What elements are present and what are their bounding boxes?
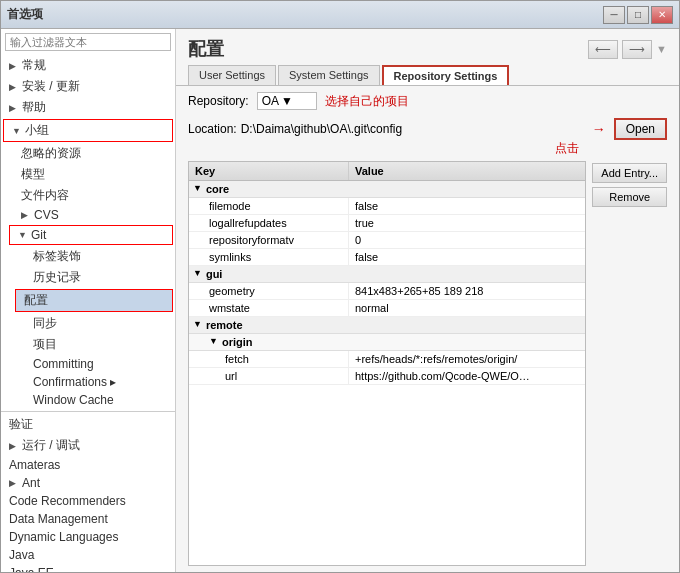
sidebar-item-java[interactable]: Java [1, 546, 175, 564]
remove-button[interactable]: Remove [592, 187, 667, 207]
key-filemode: filemode [189, 198, 349, 214]
close-button[interactable]: ✕ [651, 6, 673, 24]
repository-select[interactable]: OA ▼ [257, 92, 317, 110]
sidebar-item-datamanagement[interactable]: Data Management [1, 510, 175, 528]
val-geometry: 841x483+265+85 189 218 [349, 283, 585, 299]
table-header: Key Value [189, 162, 585, 181]
sidebar-label: Java EE [9, 566, 54, 572]
right-header: 配置 ⟵ ⟶ ▼ [176, 29, 679, 65]
sidebar-label: 运行 / 调试 [22, 437, 80, 454]
click-hint: 点击 [555, 141, 579, 155]
expand-arrow: ▶ [9, 103, 19, 113]
sidebar-item-amateras[interactable]: Amateras [1, 456, 175, 474]
sidebar-label: Amateras [9, 458, 60, 472]
sidebar-item-xiangmu[interactable]: 项目 [1, 334, 175, 355]
table-actions: Add Entry... Remove [592, 161, 667, 566]
table-row[interactable]: url https://github.com/Qcode-QWE/O… [189, 368, 585, 385]
table-row[interactable]: filemode false [189, 198, 585, 215]
add-entry-button[interactable]: Add Entry... [592, 163, 667, 183]
col-key-header: Key [189, 162, 349, 180]
section-origin[interactable]: ▼ origin [189, 334, 585, 351]
sidebar-item-ant[interactable]: ▶ Ant [1, 474, 175, 492]
sidebar-item-confirmations[interactable]: Confirmations ▸ [1, 373, 175, 391]
col-value-header: Value [349, 162, 585, 180]
arrow-dropdown[interactable]: ▼ [656, 43, 667, 55]
forward-button[interactable]: ⟶ [622, 40, 652, 59]
sidebar-item-coderecommenders[interactable]: Code Recommenders [1, 492, 175, 510]
val-url: https://github.com/Qcode-QWE/O… [349, 368, 585, 384]
sidebar-item-dynamiclanguages[interactable]: Dynamic Languages [1, 528, 175, 546]
sidebar-label: 帮助 [22, 99, 46, 116]
sidebar-label: 小组 [25, 122, 49, 139]
table-row[interactable]: geometry 841x483+265+85 189 218 [189, 283, 585, 300]
sidebar-item-changgui[interactable]: ▶ 常规 [1, 55, 175, 76]
expand-arrow: ▶ [9, 441, 19, 451]
repository-row: Repository: OA ▼ 选择自己的项目 [176, 86, 679, 116]
table-row[interactable]: logallrefupdates true [189, 215, 585, 232]
open-button[interactable]: Open [614, 118, 667, 140]
back-button[interactable]: ⟵ [588, 40, 618, 59]
filter-input[interactable] [5, 33, 171, 51]
tab-repository-settings[interactable]: Repository Settings [382, 65, 510, 85]
page-title: 配置 [188, 37, 224, 61]
sidebar-label: Window Cache [33, 393, 114, 407]
sidebar-label: 常规 [22, 57, 46, 74]
sidebar-label: 安装 / 更新 [22, 78, 80, 95]
preferences-window: 首选项 ─ □ ✕ ▶ 常规 ▶ 安装 / 更新 [0, 0, 680, 573]
section-core[interactable]: ▼ core [189, 181, 585, 198]
window-controls: ─ □ ✕ [603, 6, 673, 24]
val-symlinks: false [349, 249, 585, 265]
key-wmstate: wmstate [189, 300, 349, 316]
sidebar-item-git[interactable]: ▼ Git [10, 226, 172, 244]
repository-label: Repository: [188, 94, 249, 108]
sidebar-label: 配置 [24, 292, 48, 309]
minimize-button[interactable]: ─ [603, 6, 625, 24]
sidebar-scroll: ▶ 常规 ▶ 安装 / 更新 ▶ 帮助 ▼ 小组 [1, 55, 175, 572]
val-wmstate: normal [349, 300, 585, 316]
sidebar-item-windowcache[interactable]: Window Cache [1, 391, 175, 409]
sidebar-item-lishi[interactable]: 历史记录 [1, 267, 175, 288]
table-row[interactable]: fetch +refs/heads/*:refs/remotes/origin/ [189, 351, 585, 368]
sidebar-label: Dynamic Languages [9, 530, 118, 544]
sidebar-label: Ant [22, 476, 40, 490]
section-arrow: ▼ [209, 336, 218, 348]
sidebar-item-bangzhu[interactable]: ▶ 帮助 [1, 97, 175, 118]
maximize-button[interactable]: □ [627, 6, 649, 24]
key-repositoryformatv: repositoryformatv [189, 232, 349, 248]
sidebar-item-javaee[interactable]: Java EE [1, 564, 175, 572]
sidebar-label: Data Management [9, 512, 108, 526]
table-row[interactable]: repositoryformatv 0 [189, 232, 585, 249]
tab-user-settings[interactable]: User Settings [188, 65, 276, 85]
expand-arrow: ▶ [9, 61, 19, 71]
table-row[interactable]: wmstate normal [189, 300, 585, 317]
sidebar-item-moxing[interactable]: 模型 [1, 164, 175, 185]
sidebar-item-biaoqian[interactable]: 标签装饰 [1, 246, 175, 267]
expand-arrow: ▶ [9, 478, 19, 488]
tab-system-settings[interactable]: System Settings [278, 65, 379, 85]
sidebar-label: 验证 [9, 416, 33, 433]
section-remote[interactable]: ▼ remote [189, 317, 585, 334]
key-fetch: fetch [189, 351, 349, 367]
table-row[interactable]: symlinks false [189, 249, 585, 266]
repo-select-arrow: ▼ [281, 94, 293, 108]
main-content: ▶ 常规 ▶ 安装 / 更新 ▶ 帮助 ▼ 小组 [1, 29, 679, 572]
section-gui[interactable]: ▼ gui [189, 266, 585, 283]
arrow-icon: → [592, 121, 606, 137]
sidebar-item-peizhi[interactable]: 配置 [16, 290, 172, 311]
sidebar-item-cvs[interactable]: ▶ CVS [1, 206, 175, 224]
sidebar-item-committing[interactable]: Committing [1, 355, 175, 373]
sidebar-label: 同步 [33, 315, 57, 332]
expand-arrow: ▼ [18, 230, 28, 240]
right-panel: 配置 ⟵ ⟶ ▼ User Settings System Settings R… [176, 29, 679, 572]
sidebar-item-hulue[interactable]: 忽略的资源 [1, 143, 175, 164]
sidebar-item-tongbu[interactable]: 同步 [1, 313, 175, 334]
repo-hint: 选择自己的项目 [325, 93, 409, 110]
sidebar-label: 文件内容 [21, 187, 69, 204]
sidebar-label: 模型 [21, 166, 45, 183]
sidebar-item-anzhuang[interactable]: ▶ 安装 / 更新 [1, 76, 175, 97]
sidebar-item-yanzheng[interactable]: 验证 [1, 414, 175, 435]
sidebar-item-wenjian[interactable]: 文件内容 [1, 185, 175, 206]
sidebar-item-yunxing[interactable]: ▶ 运行 / 调试 [1, 435, 175, 456]
sidebar-label: CVS [34, 208, 59, 222]
sidebar-item-xiaozu[interactable]: ▼ 小组 [4, 120, 172, 141]
